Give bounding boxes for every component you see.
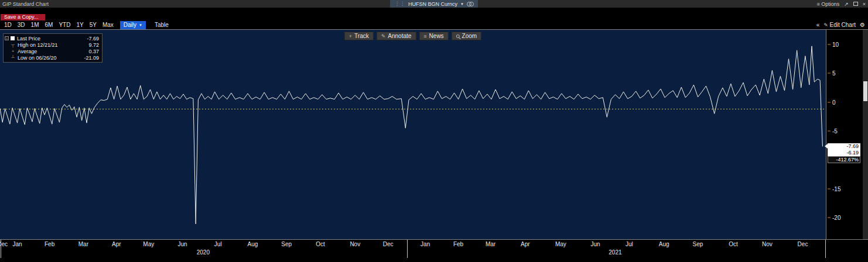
y-tick--20: -20 [828, 215, 840, 221]
legend-item-2[interactable]: +Average0.37 [11, 48, 99, 54]
legend-label: High on 12/21/21 [18, 42, 58, 48]
tick-dash-icon [828, 44, 831, 45]
save-copy-button[interactable]: Save a Copy... [1, 14, 45, 20]
legend-item-3[interactable]: ┴Low on 06/26/20-21.09 [11, 54, 99, 61]
scrollbar-handle[interactable] [863, 81, 867, 101]
month-label: Nov [350, 241, 360, 247]
settings-gear-icon[interactable]: ⚙ [860, 22, 865, 28]
drag-grip-icon: ⋮⋮ [395, 1, 405, 6]
legend-label: Average [18, 49, 37, 54]
legend-value: -7.69 [87, 36, 99, 42]
month-label: May [555, 241, 566, 247]
period-button-5y[interactable]: 5Y [87, 22, 100, 28]
toolbar-right: « ✎ Edit Chart ⚙ [816, 22, 868, 28]
pencil-icon: ✎ [823, 22, 828, 28]
period-button-max[interactable]: Max [100, 22, 117, 28]
y-tick-0: 0 [828, 99, 836, 105]
period-button-3d[interactable]: 3D [15, 22, 28, 28]
month-label: Nov [762, 241, 773, 247]
news-icon: ≡ [423, 33, 426, 39]
tick-label: -15 [832, 185, 840, 192]
titlebar: GIP Standard Chart ⋮⋮ HUFSN BGN Curncy ▼… [0, 0, 868, 8]
security-selector[interactable]: ⋮⋮ HUFSN BGN Curncy ▼ [390, 0, 478, 8]
track-button[interactable]: +Track [344, 32, 374, 40]
month-label: Jan [13, 241, 22, 247]
legend-panel: - Last Price-7.69┬High on 12/21/219.72+A… [3, 33, 102, 63]
price-line [0, 46, 822, 224]
menu-icon: ≡ [816, 1, 819, 7]
options-menu-button[interactable]: ≡ Options [816, 1, 839, 7]
year-separator [825, 240, 826, 258]
swatch-square [11, 36, 15, 40]
month-label: Jul [626, 241, 633, 247]
bottom-strip [0, 258, 868, 262]
maximize-icon[interactable] [853, 2, 858, 6]
legend-label: Low on 06/26/20 [18, 55, 57, 61]
percent-change-label: -412.67% [828, 156, 860, 163]
month-label: Aug [248, 241, 258, 247]
popout-icon[interactable]: ↗ [844, 1, 849, 7]
period-button-1d[interactable]: 1D [1, 22, 15, 28]
header-spacer [0, 8, 868, 14]
legend-collapse-icon[interactable]: - [5, 36, 9, 40]
month-label: Sep [281, 241, 292, 247]
news-button[interactable]: ≡News [419, 32, 448, 40]
low-marker-icon: ┴ [11, 55, 15, 60]
zoom-button[interactable]: Zoom [452, 32, 482, 40]
chart-area: +Track✎Annotate≡NewsZoom - Last Price-7.… [0, 29, 868, 240]
legend-value: 0.37 [88, 49, 99, 54]
month-label: Jun [591, 241, 600, 247]
track-label: Track [354, 33, 369, 39]
legend-value: 9.72 [88, 42, 99, 48]
table-button[interactable]: Table [152, 22, 172, 28]
tick-label: -5 [832, 128, 838, 135]
month-label: Feb [45, 241, 54, 247]
news-label: News [429, 33, 444, 39]
plot-region[interactable]: +Track✎Annotate≡NewsZoom - Last Price-7.… [0, 30, 826, 239]
price-axis: -7.69 -6.19 -412.67% 1050-5-10-15-20 [826, 30, 862, 239]
tick-label: 5 [832, 70, 836, 77]
legend-item-0[interactable]: Last Price-7.69 [11, 35, 99, 42]
collapse-left-icon[interactable]: « [816, 22, 820, 28]
period-button-1y[interactable]: 1Y [73, 22, 86, 28]
close-icon[interactable]: × [863, 1, 866, 7]
track-icon: + [349, 33, 352, 39]
chart-tools: +Track✎Annotate≡NewsZoom [344, 32, 481, 40]
frequency-dropdown[interactable]: Daily ▼ [120, 21, 146, 29]
options-label: Options [821, 1, 839, 7]
annotate-button[interactable]: ✎Annotate [377, 32, 416, 40]
tick-dash-icon [828, 73, 831, 74]
period-button-6m[interactable]: 6M [42, 22, 56, 28]
month-label: Feb [453, 241, 463, 247]
tick-dash-icon [828, 131, 831, 132]
month-label: May [143, 241, 154, 247]
security-dropdown-caret-icon[interactable]: ▼ [460, 2, 464, 6]
secondary-price-label: -6.19 [828, 150, 860, 156]
month-label: Jun [178, 241, 187, 247]
month-label: Aug [659, 241, 669, 247]
price-chart[interactable] [0, 30, 826, 239]
tick-label: 0 [832, 99, 836, 105]
year-label: 2021 [609, 249, 621, 256]
tick-dash-icon [828, 218, 831, 218]
period-button-1m[interactable]: 1M [28, 22, 42, 28]
save-bar: Save a Copy... [0, 14, 868, 20]
month-label: Jul [214, 241, 222, 247]
y-tick--15: -15 [828, 185, 840, 192]
month-label: Mar [78, 241, 88, 247]
legend-item-1[interactable]: ┬High on 12/21/219.72 [11, 42, 99, 48]
month-label: Oct [729, 241, 738, 247]
year-separator [407, 240, 408, 258]
y-tick-5: 5 [828, 70, 836, 77]
edit-chart-button[interactable]: ✎ Edit Chart [823, 22, 856, 28]
chart-toolbar: 1D3D1M6MYTD1Y5YMax Daily ▼ Table « ✎ Edi… [0, 20, 868, 29]
zoom-label: Zoom [462, 33, 477, 39]
month-label: Dec [383, 241, 394, 247]
link-icon [467, 2, 473, 6]
legend-value: -21.09 [84, 55, 99, 61]
period-button-ytd[interactable]: YTD [56, 22, 73, 28]
year-label: 2020 [197, 249, 210, 256]
period-buttons: 1D3D1M6MYTD1Y5YMax [1, 22, 117, 28]
bloomberg-chart-window: GIP Standard Chart ⋮⋮ HUFSN BGN Curncy ▼… [0, 0, 868, 262]
vertical-scrollbar[interactable] [862, 30, 868, 239]
